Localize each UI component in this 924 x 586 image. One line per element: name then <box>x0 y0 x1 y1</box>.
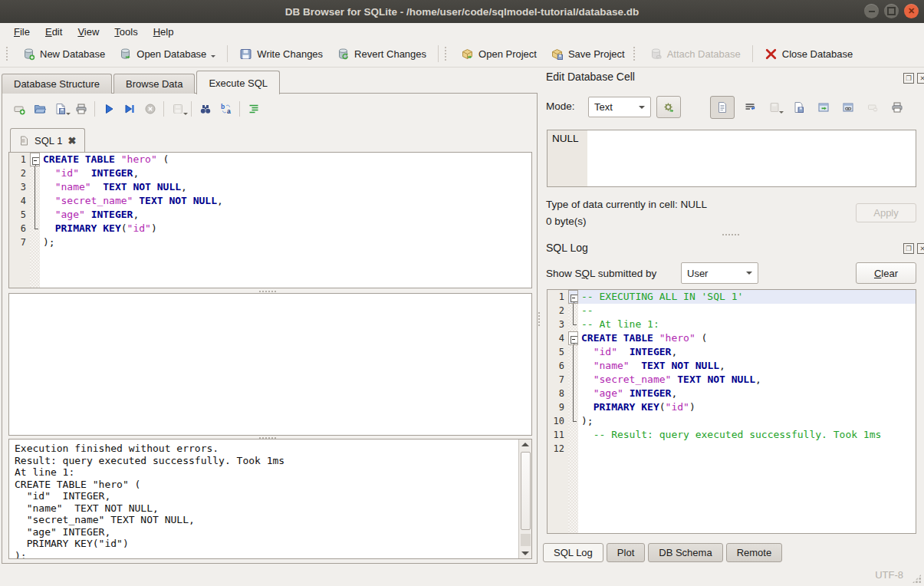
menu-edit[interactable]: Edit <box>38 25 70 39</box>
find-button[interactable] <box>195 99 215 118</box>
dock-tab-db-schema[interactable]: DB Schema <box>648 543 722 562</box>
resize-grip[interactable] <box>912 574 922 584</box>
execute-line-button[interactable] <box>119 99 140 118</box>
tab-execute-sql[interactable]: Execute SQL <box>196 71 280 94</box>
sql-editor-toolbar: ba <box>8 99 264 118</box>
open-external-button[interactable] <box>814 98 833 117</box>
close-button[interactable] <box>904 4 919 18</box>
export-cell-data-button[interactable] <box>790 98 808 117</box>
save-sql-file-button[interactable] <box>50 99 71 118</box>
open-database-dropdown-icon[interactable] <box>211 55 215 60</box>
log-filter-select[interactable]: User <box>681 262 758 284</box>
new-database-button[interactable]: New Database <box>15 44 112 64</box>
save-project-button[interactable]: Save Project <box>544 44 632 64</box>
database-plus-icon <box>22 48 35 61</box>
text-mode-button[interactable] <box>710 96 735 119</box>
copy-link-button[interactable] <box>839 98 857 117</box>
cell-value-editor[interactable]: NULL <box>547 130 916 187</box>
tab-database-structure[interactable]: Database Structure <box>2 74 112 94</box>
scroll-up-icon[interactable] <box>521 443 529 446</box>
float-dock-icon[interactable]: ❐ <box>903 73 914 84</box>
scrollbar-track[interactable] <box>521 534 531 546</box>
stop-execution-button[interactable] <box>140 99 160 118</box>
binoculars-icon <box>199 103 212 115</box>
open-database-label: Open Database <box>136 48 206 60</box>
editor-results-splitter[interactable] <box>259 291 276 292</box>
dock-tab-sql-log[interactable]: SQL Log <box>543 543 603 562</box>
toolbar-drag-handle[interactable] <box>633 47 638 61</box>
find-replace-button[interactable]: ba <box>215 99 236 118</box>
printer-icon <box>75 103 87 115</box>
import-cell-data-button[interactable] <box>765 98 784 117</box>
open-database-button[interactable]: Open Database <box>112 44 222 64</box>
output-pane[interactable]: Execution finished without errors.Result… <box>8 439 532 559</box>
open-sql-file-button[interactable] <box>29 99 50 118</box>
results-pane[interactable] <box>8 293 532 436</box>
sql-log-title: SQL Log <box>546 242 588 254</box>
menu-file[interactable]: File <box>6 25 38 39</box>
print-sql-button[interactable] <box>71 99 91 118</box>
open-project-button[interactable]: Open Project <box>454 44 544 64</box>
cell-editor-toolbar <box>710 95 906 120</box>
toolbar-drag-handle[interactable] <box>445 47 449 61</box>
toolbar-separator <box>227 45 228 62</box>
save-results-dropdown-icon[interactable] <box>183 113 188 117</box>
mode-select[interactable]: Text <box>588 97 651 117</box>
write-changes-button[interactable]: Write Changes <box>232 44 330 64</box>
sql-doc-tabbar: SQL 1 ✖ <box>8 128 532 153</box>
toolbar-separator <box>239 101 240 117</box>
dock-tab-plot[interactable]: Plot <box>607 543 645 562</box>
printer-icon <box>891 101 903 114</box>
tab-browse-data[interactable]: Browse Data <box>113 74 195 94</box>
red-x-icon <box>765 48 778 61</box>
save-file-icon <box>54 103 67 115</box>
panel-dock-splitter[interactable] <box>538 312 540 326</box>
output-scrollbar[interactable] <box>518 440 531 558</box>
print-cell-button[interactable] <box>888 98 906 117</box>
close-dock-icon[interactable]: ✕ <box>917 243 924 254</box>
new-sql-tab-button[interactable] <box>8 99 29 118</box>
export-icon <box>793 101 805 114</box>
execute-all-button[interactable] <box>98 99 119 118</box>
minimize-button[interactable] <box>864 4 879 18</box>
clear-log-button[interactable]: Clear <box>856 262 916 284</box>
sql-doc-tab-label: SQL 1 <box>35 135 62 146</box>
close-database-button[interactable]: Close Database <box>758 44 860 64</box>
sql-editor[interactable]: 1CREATE TABLE "hero" (2 "id" INTEGER,3 "… <box>8 152 532 288</box>
titlebar[interactable]: DB Browser for SQLite - /home/user/code/… <box>0 0 924 24</box>
svg-text:a: a <box>227 107 231 115</box>
menu-tools[interactable]: Tools <box>107 25 145 39</box>
dock-tab-label: SQL Log <box>554 547 593 558</box>
revert-changes-button[interactable]: Revert Changes <box>330 44 433 64</box>
set-null-icon <box>866 101 879 114</box>
menu-help[interactable]: Help <box>146 25 182 39</box>
apply-button[interactable]: Apply <box>856 203 916 222</box>
sql-doc-tab-close-icon[interactable]: ✖ <box>67 135 76 146</box>
dock-sections-splitter[interactable] <box>722 234 739 235</box>
toolbar-drag-handle[interactable] <box>6 47 11 61</box>
sql-log-view[interactable]: 1-- EXECUTING ALL IN 'SQL 1'2--3-- At li… <box>547 289 916 534</box>
main-toolbar: New Database Open Database Write Changes… <box>0 41 924 67</box>
set-null-button[interactable] <box>863 98 882 117</box>
execute-sql-panel: ba SQL 1 ✖ 1CREATE TABLE "hero" (2 "id" … <box>2 93 538 564</box>
word-wrap-button[interactable] <box>741 98 759 117</box>
dock-tab-label: DB Schema <box>659 547 712 558</box>
sql-doc-tab[interactable]: SQL 1 ✖ <box>10 128 85 153</box>
revert-changes-label: Revert Changes <box>354 48 426 60</box>
maximize-button[interactable] <box>884 4 899 18</box>
scrollbar-thumb[interactable] <box>521 452 531 530</box>
float-dock-icon[interactable]: ❐ <box>903 243 914 254</box>
scroll-down-icon[interactable] <box>521 551 529 555</box>
dock-tab-remote[interactable]: Remote <box>726 543 783 562</box>
format-sql-button[interactable] <box>243 99 264 118</box>
attach-database-button[interactable]: Attach Database <box>643 44 748 64</box>
save-results-button[interactable] <box>167 99 188 118</box>
edit-cell-title: Edit Database Cell <box>546 71 635 83</box>
apply-format-button[interactable] <box>656 96 681 118</box>
close-dock-icon[interactable]: ✕ <box>917 73 924 84</box>
menu-view[interactable]: View <box>70 25 107 39</box>
run-to-line-icon <box>123 103 136 115</box>
import-dropdown-icon[interactable] <box>779 111 784 116</box>
attach-database-label: Attach Database <box>667 48 741 60</box>
run-icon <box>103 103 115 115</box>
